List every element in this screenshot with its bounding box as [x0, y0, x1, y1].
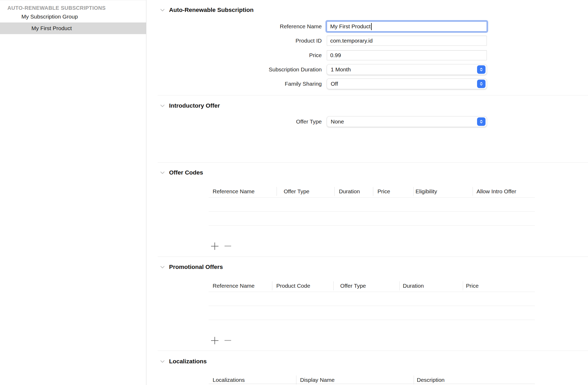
column-separator [373, 187, 373, 196]
section-title-promotional-offers: Promotional Offers [169, 264, 223, 271]
sidebar-item-first-product[interactable]: My First Product [0, 22, 146, 34]
column-separator [414, 375, 414, 384]
column-separator [334, 187, 335, 196]
column-header[interactable]: Offer Type [340, 283, 366, 289]
column-header[interactable]: Reference Name [213, 283, 255, 289]
family-sharing-select[interactable]: Off [327, 79, 487, 89]
stepper-arrows-icon [477, 80, 486, 88]
product-detail-pane: Auto-Renewable Subscription Reference Na… [146, 0, 588, 385]
reference-name-value: My First Product [330, 23, 371, 30]
column-header[interactable]: Allow Intro Offer [477, 188, 516, 195]
stepper-arrows-icon [477, 117, 486, 126]
subscription-duration-select[interactable]: 1 Month [327, 64, 487, 75]
column-separator [272, 281, 272, 290]
chevron-down-icon[interactable] [159, 103, 166, 109]
table-row [209, 292, 535, 292]
column-header[interactable]: Duration [403, 283, 424, 289]
sidebar: AUTO-RENEWABLE SUBSCRIPTIONS My Subscrip… [0, 0, 146, 385]
section-divider [158, 351, 588, 351]
section-title-offer-codes: Offer Codes [169, 169, 203, 176]
offer-type-select[interactable]: None [327, 116, 487, 127]
offer-type-value: None [331, 118, 344, 125]
sidebar-item-label: My Subscription Group [21, 13, 78, 20]
family-sharing-label: Family Sharing [146, 81, 322, 87]
table-row [209, 225, 535, 226]
column-header[interactable]: Price [466, 283, 479, 289]
price-input[interactable] [327, 50, 487, 60]
table-row [209, 197, 535, 198]
table-row [209, 306, 535, 306]
column-separator [333, 281, 334, 290]
column-header[interactable]: Description [417, 377, 445, 383]
column-header[interactable]: Product Code [276, 283, 310, 289]
sidebar-item-label: My First Product [31, 25, 72, 31]
table-row [209, 211, 535, 212]
sidebar-item-subscription-group[interactable]: My Subscription Group [0, 11, 146, 22]
column-separator [277, 187, 277, 196]
column-header[interactable]: Eligibility [416, 188, 437, 195]
column-header[interactable]: Reference Name [213, 188, 255, 195]
section-divider [158, 256, 588, 257]
stepper-arrows-icon [477, 65, 486, 74]
remove-promotional-offer-icon[interactable] [225, 340, 231, 341]
column-separator [399, 281, 400, 290]
column-header[interactable]: Display Name [300, 377, 335, 383]
offer-type-label: Offer Type [146, 118, 322, 125]
column-header[interactable]: Duration [339, 188, 360, 195]
chevron-down-icon[interactable] [159, 169, 166, 176]
subscription-duration-label: Subscription Duration [146, 66, 322, 73]
table-row [209, 384, 535, 384]
add-offer-code-icon[interactable] [211, 242, 218, 250]
remove-offer-code-icon[interactable] [225, 246, 231, 246]
column-separator [463, 281, 463, 290]
storekit-configuration-window: AUTO-RENEWABLE SUBSCRIPTIONS My Subscrip… [0, 0, 588, 385]
section-title-subscription: Auto-Renewable Subscription [169, 7, 254, 13]
section-title-localizations: Localizations [169, 358, 207, 365]
section-title-introductory-offer: Introductory Offer [169, 102, 220, 109]
section-divider [158, 95, 588, 95]
column-header[interactable]: Localizations [213, 377, 245, 383]
reference-name-label: Reference Name [146, 23, 322, 30]
column-separator [413, 187, 414, 196]
column-separator [473, 187, 473, 196]
text-caret [371, 23, 372, 30]
chevron-down-icon[interactable] [159, 7, 166, 13]
column-header[interactable]: Price [377, 188, 390, 195]
add-promotional-offer-icon[interactable] [211, 337, 218, 344]
family-sharing-value: Off [331, 81, 338, 87]
column-separator [296, 375, 296, 384]
sidebar-actions [0, 371, 146, 385]
chevron-down-icon[interactable] [159, 264, 166, 270]
product-id-input[interactable] [327, 36, 487, 46]
reference-name-input[interactable]: My First Product [327, 21, 487, 31]
table-row [209, 320, 535, 320]
subscription-duration-value: 1 Month [331, 66, 351, 73]
column-header[interactable]: Offer Type [284, 188, 309, 195]
product-id-label: Product ID [146, 38, 322, 44]
price-label: Price [146, 52, 322, 58]
chevron-down-icon[interactable] [159, 358, 166, 365]
section-divider [158, 162, 588, 163]
